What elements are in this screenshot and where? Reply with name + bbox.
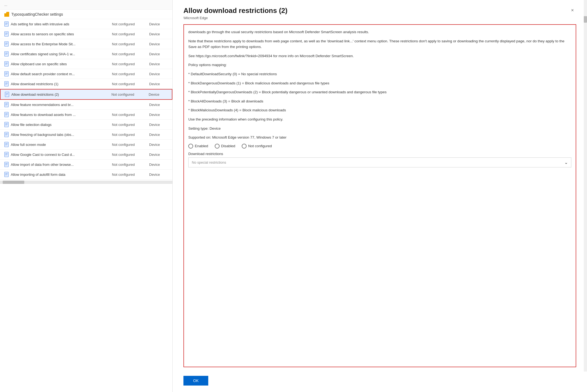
doc-icon	[4, 71, 9, 77]
selected-policy-row[interactable]: Allow download restrictions (2) Not conf…	[0, 89, 172, 100]
description-option1: * BlockDangerousDownloads (1) = Block ma…	[188, 80, 571, 86]
policy-name: Allow freezing of background tabs (obs..…	[11, 133, 110, 137]
download-restrictions-dropdown[interactable]: No special restrictions ⌄	[188, 157, 571, 167]
policy-list-panel: ... TyposquattingChecker settings Ads se…	[0, 0, 173, 392]
detail-panel: Allow download restrictions (2) × \Micro…	[173, 0, 587, 372]
close-button[interactable]: ×	[569, 6, 576, 14]
policy-scope: Device	[149, 42, 168, 46]
svg-rect-8	[5, 42, 8, 46]
chevron-down-icon: ⌄	[564, 160, 568, 165]
policy-row[interactable]: Allow feature recommendations and br... …	[0, 100, 172, 110]
doc-icon	[4, 142, 9, 147]
policy-name: Allow access to the Enterprise Mode Sit.…	[11, 42, 110, 46]
policy-name: Allow full screen mode	[11, 143, 110, 147]
policy-scope: Device	[149, 22, 168, 26]
radio-enabled[interactable]: Enabled	[188, 144, 208, 149]
svg-rect-12	[5, 51, 8, 56]
policy-row[interactable]: Allow freezing of background tabs (obs..…	[0, 130, 172, 140]
policy-name: Allow download restrictions (1)	[11, 82, 110, 86]
doc-icon	[4, 51, 9, 57]
policy-row[interactable]: Allow features to download assets from .…	[0, 110, 172, 120]
doc-icon	[4, 31, 9, 37]
description-option0: * DefaultDownloadSecurity (0) = No speci…	[188, 71, 571, 77]
policy-name: Allow import of data from other browse..…	[11, 163, 110, 167]
description-para6: Setting type: Device	[188, 126, 571, 132]
doc-icon	[4, 102, 9, 107]
policy-scope: Device	[149, 92, 168, 97]
policy-name: Allow features to download assets from .…	[11, 113, 110, 117]
radio-group: Enabled Disabled Not configured	[188, 144, 571, 149]
policy-scope: Device	[149, 52, 168, 56]
policy-row[interactable]: Ads setting for sites with intrusive ads…	[0, 19, 172, 29]
policy-status: Not configured	[112, 32, 147, 36]
policy-scope: Device	[149, 103, 168, 107]
policy-row[interactable]: Allow download restrictions (1) Not conf…	[0, 79, 172, 89]
policy-name: Allow importing of autofill form data	[11, 173, 110, 177]
policy-status: Not configured	[112, 22, 147, 26]
policy-scope: Device	[149, 143, 168, 147]
doc-icon	[4, 152, 9, 157]
description-option3: * BlockAllDownloads (3) = Block all down…	[188, 98, 571, 104]
policy-name: Allow download restrictions (2)	[11, 92, 109, 97]
policy-row[interactable]: Allow full screen mode Not configured De…	[0, 140, 172, 150]
policy-scope: Device	[149, 153, 168, 157]
doc-icon	[4, 21, 9, 27]
policy-scope: Device	[149, 123, 168, 127]
policy-status: Not configured	[112, 52, 147, 56]
policy-scope: Device	[149, 82, 168, 86]
doc-icon	[4, 61, 9, 67]
svg-rect-44	[5, 132, 8, 137]
policy-row[interactable]: Allow import of data from other browse..…	[0, 160, 172, 170]
doc-icon	[4, 41, 9, 47]
policy-row[interactable]: Allow Google Cast to connect to Cast d..…	[0, 150, 172, 160]
policy-name: Allow Google Cast to connect to Cast d..…	[11, 153, 110, 157]
radio-enabled-label: Enabled	[195, 144, 208, 148]
policy-scope: Device	[149, 62, 168, 66]
description-para5: Use the preceding information when confi…	[188, 116, 571, 122]
svg-rect-52	[5, 152, 8, 157]
policy-row[interactable]: Allow default search provider context m.…	[0, 69, 172, 79]
svg-rect-4	[5, 32, 8, 36]
policy-status: Not configured	[112, 62, 147, 66]
svg-rect-36	[5, 112, 8, 117]
radio-disabled-circle	[215, 144, 220, 149]
description-para1: downloads go through the usual security …	[188, 29, 571, 35]
policy-status: Not configured	[112, 133, 147, 137]
radio-not-configured[interactable]: Not configured	[242, 144, 272, 149]
description-para4: Policy options mapping:	[188, 62, 571, 68]
policy-status: Not configured	[112, 123, 147, 127]
dropdown-section: Download restrictions No special restric…	[188, 152, 571, 167]
radio-not-configured-circle	[242, 144, 247, 149]
doc-icon	[5, 92, 9, 97]
doc-icon	[4, 122, 9, 127]
description-option4: * BlockMaliciousDownloads (4) = Block ma…	[188, 107, 571, 113]
ok-button[interactable]: OK	[183, 376, 208, 386]
policy-row[interactable]: Allow access to the Enterprise Mode Sit.…	[0, 39, 172, 49]
folder-row[interactable]: TyposquattingChecker settings	[0, 10, 172, 19]
list-header: ...	[0, 0, 172, 10]
svg-rect-56	[5, 162, 8, 167]
description-para3: See https://go.microsoft.com/fwlink/?lin…	[188, 53, 571, 59]
svg-rect-20	[5, 71, 8, 76]
radio-disabled-label: Disabled	[221, 144, 236, 148]
detail-header: Allow download restrictions (2) ×	[183, 6, 576, 15]
svg-rect-28	[5, 92, 9, 97]
policy-name: Ads setting for sites with intrusive ads	[11, 22, 110, 26]
radio-enabled-circle	[188, 144, 193, 149]
breadcrumb: \Microsoft Edge	[183, 16, 576, 20]
policy-row[interactable]: Allow importing of autofill form data No…	[0, 170, 172, 180]
policy-row[interactable]: Allow access to sensors on specific site…	[0, 29, 172, 39]
policy-status: Not configured	[112, 113, 147, 117]
policy-row[interactable]: Allow file selection dialogs Not configu…	[0, 120, 172, 130]
policy-status: Not configured	[112, 82, 147, 86]
radio-disabled[interactable]: Disabled	[215, 144, 236, 149]
policy-row[interactable]: Allow certificates signed using SHA-1 w.…	[0, 49, 172, 59]
policy-scope: Device	[149, 72, 168, 76]
description-option2: * BlockPotentiallyDangerousDownloads (2)…	[188, 89, 571, 95]
policy-scope: Device	[149, 133, 168, 137]
policy-row[interactable]: Allow clipboard use on specific sites No…	[0, 59, 172, 69]
folder-label: TyposquattingChecker settings	[11, 12, 63, 16]
dropdown-label: Download restrictions	[188, 152, 571, 156]
svg-rect-24	[5, 81, 8, 86]
doc-icon	[4, 172, 9, 177]
